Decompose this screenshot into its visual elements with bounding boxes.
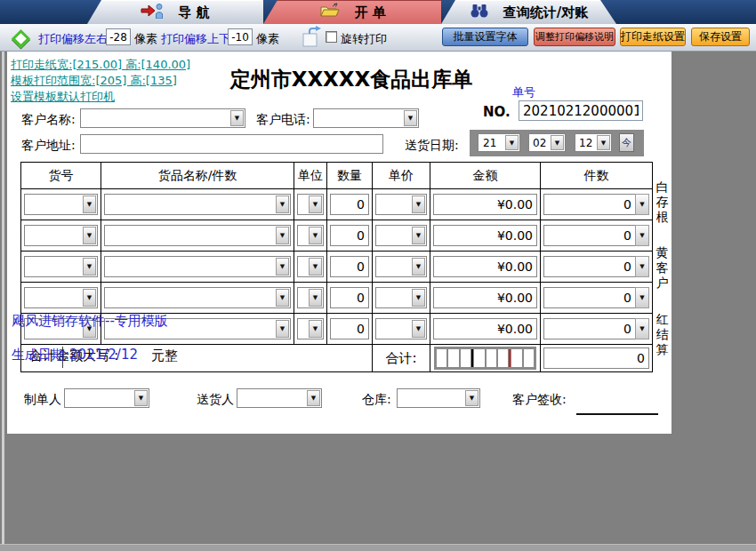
customer-phone-combo[interactable]: ▼ bbox=[313, 108, 419, 128]
item-name-combo[interactable]: ▼ bbox=[104, 256, 291, 277]
amount-caps-grid bbox=[434, 347, 536, 370]
pieces-input[interactable] bbox=[543, 194, 635, 215]
chevron-down-icon[interactable]: ▼ bbox=[276, 227, 289, 244]
chevron-down-icon[interactable]: ▼ bbox=[276, 320, 289, 338]
chevron-down-icon[interactable]: ▼ bbox=[276, 258, 289, 276]
chevron-down-icon[interactable]: ▼ bbox=[412, 289, 425, 307]
chevron-down-icon[interactable]: ▼ bbox=[412, 196, 425, 213]
chevron-down-icon[interactable]: ▼ bbox=[83, 258, 96, 276]
bottom-scrollbar-strip[interactable] bbox=[0, 544, 756, 551]
offset-lr-input[interactable] bbox=[106, 28, 131, 45]
chevron-down-icon[interactable]: ▼ bbox=[404, 110, 417, 126]
chevron-down-icon[interactable]: ▼ bbox=[635, 225, 649, 246]
chevron-down-icon[interactable]: ▼ bbox=[505, 135, 519, 150]
template-range-link[interactable]: 模板打印范围宽:[205] 高:[135] bbox=[11, 73, 177, 89]
paper-size-link[interactable]: 打印走纸宽:[215.00] 高:[140.00] bbox=[11, 57, 190, 73]
item-name-combo[interactable]: ▼ bbox=[104, 287, 291, 308]
qty-input[interactable] bbox=[330, 287, 369, 308]
price-combo[interactable]: ▼ bbox=[375, 225, 427, 246]
customer-addr-input[interactable] bbox=[80, 134, 383, 154]
pixel-unit-label-2: 像素 bbox=[256, 31, 279, 47]
date-day-combo[interactable]: 12 ▼ bbox=[575, 133, 612, 152]
chevron-down-icon[interactable]: ▼ bbox=[635, 318, 649, 339]
adjust-offset-help-button[interactable]: 调整打印偏移说明 bbox=[534, 28, 615, 46]
chevron-down-icon[interactable]: ▼ bbox=[309, 289, 322, 307]
unit-combo[interactable]: ▼ bbox=[297, 318, 324, 339]
pieces-input[interactable] bbox=[543, 256, 635, 277]
deliverer-label: 送货人 bbox=[197, 392, 234, 408]
tab-billing[interactable]: 开 单 bbox=[263, 0, 441, 24]
save-settings-button[interactable]: 保存设置 bbox=[691, 28, 750, 46]
unit-combo[interactable]: ▼ bbox=[297, 256, 324, 277]
qty-input[interactable] bbox=[330, 225, 369, 246]
qty-input[interactable] bbox=[330, 256, 369, 277]
customer-name-combo[interactable]: ▼ bbox=[80, 108, 245, 128]
pieces-input[interactable] bbox=[543, 287, 635, 308]
default-printer-link[interactable]: 设置模板默认打印机 bbox=[11, 89, 115, 105]
tab-query-stats[interactable]: 查询统计/对账 bbox=[441, 0, 616, 24]
qty-input[interactable] bbox=[330, 318, 369, 339]
chevron-down-icon[interactable]: ▼ bbox=[309, 320, 322, 338]
pieces-input[interactable] bbox=[543, 225, 635, 246]
date-year-combo[interactable]: 21 ▼ bbox=[478, 133, 520, 152]
item-no-combo[interactable]: ▼ bbox=[24, 256, 98, 277]
date-year-value: 21 bbox=[483, 137, 496, 149]
paper-feed-settings-button[interactable]: 打印走纸设置 bbox=[620, 28, 686, 46]
amount-input[interactable] bbox=[433, 225, 537, 246]
item-no-combo[interactable]: ▼ bbox=[24, 287, 98, 308]
customer-sign-label: 客户签收: bbox=[512, 392, 567, 408]
deliverer-combo[interactable]: ▼ bbox=[237, 388, 322, 408]
price-combo[interactable]: ▼ bbox=[375, 194, 427, 215]
chevron-down-icon[interactable]: ▼ bbox=[635, 287, 649, 308]
amount-input[interactable] bbox=[433, 287, 537, 308]
chevron-down-icon[interactable]: ▼ bbox=[276, 196, 289, 213]
chevron-down-icon[interactable]: ▼ bbox=[597, 135, 610, 150]
item-no-combo[interactable]: ▼ bbox=[24, 225, 98, 246]
unit-combo[interactable]: ▼ bbox=[297, 225, 324, 246]
total-pieces-input[interactable] bbox=[543, 347, 649, 369]
chevron-down-icon[interactable]: ▼ bbox=[309, 258, 322, 276]
date-month-combo[interactable]: 02 ▼ bbox=[528, 133, 566, 152]
chevron-down-icon[interactable]: ▼ bbox=[83, 227, 96, 244]
amount-input[interactable] bbox=[433, 318, 537, 339]
pieces-input[interactable] bbox=[543, 318, 635, 339]
chevron-down-icon[interactable]: ▼ bbox=[134, 390, 148, 406]
delivery-date-label: 送货日期: bbox=[405, 138, 459, 154]
amount-in-words-suffix: 元整 bbox=[151, 347, 178, 364]
chevron-down-icon[interactable]: ▼ bbox=[465, 390, 479, 406]
chevron-down-icon[interactable]: ▼ bbox=[309, 227, 322, 244]
chevron-down-icon[interactable]: ▼ bbox=[412, 227, 425, 244]
warehouse-combo[interactable]: ▼ bbox=[397, 388, 480, 408]
signature-line bbox=[576, 413, 658, 415]
chevron-down-icon[interactable]: ▼ bbox=[276, 289, 289, 307]
batch-font-button[interactable]: 批量设置字体 bbox=[442, 28, 528, 46]
chevron-down-icon[interactable]: ▼ bbox=[230, 110, 244, 126]
item-no-combo[interactable]: ▼ bbox=[24, 194, 98, 215]
tab-navigation[interactable]: 导 航 bbox=[87, 0, 263, 24]
qty-input[interactable] bbox=[330, 194, 369, 215]
chevron-down-icon[interactable]: ▼ bbox=[307, 390, 320, 406]
unit-combo[interactable]: ▼ bbox=[297, 287, 324, 308]
amount-input[interactable] bbox=[433, 256, 537, 277]
rotate-print-label: 旋转打印 bbox=[341, 31, 387, 47]
chevron-down-icon[interactable]: ▼ bbox=[83, 289, 96, 307]
price-combo[interactable]: ▼ bbox=[375, 256, 427, 277]
chevron-down-icon[interactable]: ▼ bbox=[635, 194, 649, 215]
chevron-down-icon[interactable]: ▼ bbox=[412, 320, 425, 338]
order-maker-combo[interactable]: ▼ bbox=[64, 388, 149, 408]
rotate-print-checkbox[interactable] bbox=[326, 31, 337, 43]
unit-combo[interactable]: ▼ bbox=[297, 194, 324, 215]
amount-input[interactable] bbox=[433, 194, 537, 215]
chevron-down-icon[interactable]: ▼ bbox=[83, 196, 96, 213]
order-no-input[interactable] bbox=[519, 100, 643, 121]
price-combo[interactable]: ▼ bbox=[375, 287, 427, 308]
chevron-down-icon[interactable]: ▼ bbox=[412, 258, 425, 276]
offset-ud-input[interactable] bbox=[228, 28, 253, 45]
price-combo[interactable]: ▼ bbox=[375, 318, 427, 339]
today-button[interactable]: 今 bbox=[619, 133, 634, 152]
item-name-combo[interactable]: ▼ bbox=[104, 225, 291, 246]
chevron-down-icon[interactable]: ▼ bbox=[551, 135, 564, 150]
chevron-down-icon[interactable]: ▼ bbox=[309, 196, 322, 213]
chevron-down-icon[interactable]: ▼ bbox=[635, 256, 649, 277]
item-name-combo[interactable]: ▼ bbox=[104, 194, 291, 215]
